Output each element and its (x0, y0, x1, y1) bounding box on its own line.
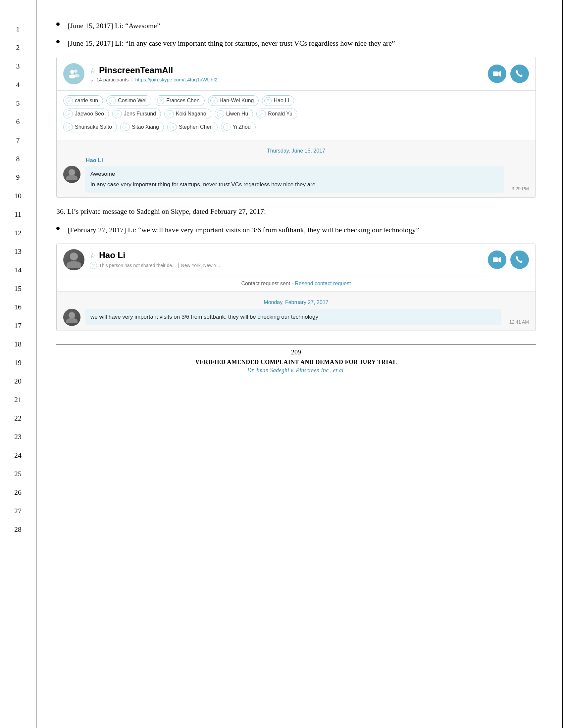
private-video-call-button[interactable] (488, 250, 506, 269)
bullet-item-3: [February 27, 2017] Li: “we will have ve… (56, 224, 536, 236)
line-18: 18 (0, 335, 36, 353)
line-16: 16 (0, 298, 36, 316)
hao-li-subinfo: ? This person has not shared their de...… (90, 262, 488, 269)
line-3: 3 (0, 57, 36, 75)
private-audio-call-button[interactable] (510, 250, 529, 269)
footer-title: VERIFIED AMENDED COMPLAINT AND DEMAND FO… (56, 359, 536, 366)
participant-icon: ○ (66, 97, 73, 104)
sender-avatar (63, 166, 80, 183)
participant-ronald-yu: ○ Ronald Yu (256, 109, 298, 119)
line-15: 15 (0, 279, 36, 298)
private-chat-timestamp: 12:41 AM (509, 319, 529, 326)
line-14: 14 (0, 261, 36, 279)
participant-yi-zhou: ○ Yi Zhou (221, 122, 256, 132)
participant-name: Frances Chen (166, 98, 200, 104)
participant-jaewoo-seo: ○ Jaewoo Seo (63, 109, 109, 119)
participant-icon: ○ (115, 110, 122, 117)
line-11: 11 (0, 205, 36, 224)
line-8: 8 (0, 150, 36, 168)
message-line-2: In any case very important thing for sta… (90, 180, 498, 189)
avatar-image (63, 309, 80, 326)
chat-bubble: Awesome In any case very important thing… (85, 166, 504, 193)
private-chat-date: Monday, February 27, 2017 (63, 299, 529, 305)
participant-icon: ○ (109, 97, 116, 104)
participant-name: Stephen Chen (179, 124, 212, 130)
private-chat-widget: ☆ Hao Li ? This person has not shared th… (56, 244, 536, 331)
line-7: 7 (0, 131, 36, 150)
participant-name: Shunsuke Saito (75, 124, 112, 130)
line-2: 2 (0, 38, 36, 57)
line-20: 20 (0, 372, 36, 390)
participant-cosimo-wei: ○ Cosimo Wei (106, 95, 151, 106)
audio-call-button[interactable] (510, 65, 529, 83)
question-icon: ? (90, 262, 97, 269)
participant-name: Cosimo Wei (118, 98, 146, 104)
group-users-icon (68, 68, 80, 80)
resend-contact-request-link[interactable]: Resend contact request (295, 281, 351, 286)
group-chat-messages: Thursday, June 15, 2017 Hao Li Awesome I… (57, 140, 536, 197)
group-chat-name: PinscreenTeamAll (99, 65, 173, 75)
paragraph-36: 36. Li’s private message to Sadeghi on S… (56, 205, 536, 217)
hao-li-name-row: ☆ Hao Li (90, 250, 488, 260)
private-chat-action-buttons (488, 250, 529, 269)
line-27: 27 (0, 502, 36, 520)
line-19: 19 (0, 353, 36, 372)
chat-timestamp: 3:29 PM (512, 186, 529, 193)
participant-icon: ○ (122, 123, 130, 131)
participant-name: Jens Fursund (124, 111, 156, 117)
svg-rect-6 (493, 257, 498, 262)
bullet-dot (56, 227, 60, 230)
message-line-1: Awesome (90, 170, 498, 178)
line-17: 17 (0, 316, 36, 335)
participant-count: 14 participants (96, 77, 129, 82)
phone-icon (515, 255, 524, 264)
hao-li-info: ☆ Hao Li ? This person has not shared th… (90, 250, 488, 269)
svg-rect-4 (493, 71, 498, 76)
line-10: 10 (0, 187, 36, 205)
participant-name: Ronald Yu (268, 111, 293, 117)
line-9: 9 (0, 168, 36, 187)
line-28: 28 (0, 520, 36, 539)
line-21: 21 (0, 390, 36, 409)
participant-name: Yi Zhou (232, 124, 251, 130)
chat-sender-name: Hao Li (86, 157, 529, 164)
line-23: 23 (0, 428, 36, 446)
participant-icon: ? (264, 97, 271, 104)
participant-hanwei-kung: ○ Han-Wei Kung (208, 95, 259, 106)
participant-koki-nagano: ○ Koki Nagano (164, 109, 211, 119)
star-icon: ☆ (90, 67, 96, 74)
svg-point-3 (74, 74, 79, 77)
private-chat-messages: Monday, February 27, 2017 we will have v… (57, 292, 536, 331)
svg-point-0 (70, 70, 74, 74)
video-call-button[interactable] (488, 65, 506, 83)
private-chat-bubble: we will have very important visits on 3/… (85, 309, 501, 325)
bullet-item-2: [June 15, 2017] Li: “In any case very im… (56, 37, 536, 49)
participant-stephen-chen: ? Stephen Chen (167, 122, 217, 132)
participant-icon: ○ (66, 110, 73, 117)
page-number: 209 (56, 348, 536, 356)
participant-carrie-sun: ○ carrie sun (63, 95, 103, 106)
line-5: 5 (0, 94, 36, 113)
participants-row-1: ○ carrie sun ○ Cosimo Wei ? Frances Chen… (63, 95, 529, 106)
phone-icon (515, 69, 524, 78)
skype-action-buttons (488, 65, 529, 83)
join-link[interactable]: https://join.skype.com/L4Iuq1aWUhI2 (135, 77, 217, 82)
chevron-down-icon[interactable]: ⌄ (90, 77, 94, 82)
footer-case-name: Dr. Iman Sadeghi v. Pinscreen Inc., et a… (56, 367, 536, 374)
participant-name: Liwen Hu (226, 111, 248, 117)
participant-icon: ○ (223, 123, 230, 131)
participant-icon: ○ (210, 97, 217, 104)
line-numbers-column: 1 2 3 4 5 6 7 8 9 10 11 12 13 14 15 16 1… (0, 0, 36, 728)
line-6: 6 (0, 113, 36, 131)
page-footer: 209 VERIFIED AMENDED COMPLAINT AND DEMAN… (56, 344, 536, 374)
participant-sitao-xiang: ○ Sitao Xiang (120, 122, 164, 132)
participant-liwen-hu: ○ Liwen Hu (214, 109, 253, 119)
contact-request-text: Contact request sent - (241, 281, 295, 286)
participant-icon: ○ (66, 123, 73, 131)
participant-name: Jaewoo Seo (75, 111, 104, 117)
line-1: 1 (0, 20, 36, 38)
bullet-dot (56, 40, 60, 43)
line-13: 13 (0, 242, 36, 261)
line-22: 22 (0, 409, 36, 428)
private-chat-header: ☆ Hao Li ? This person has not shared th… (57, 244, 536, 276)
